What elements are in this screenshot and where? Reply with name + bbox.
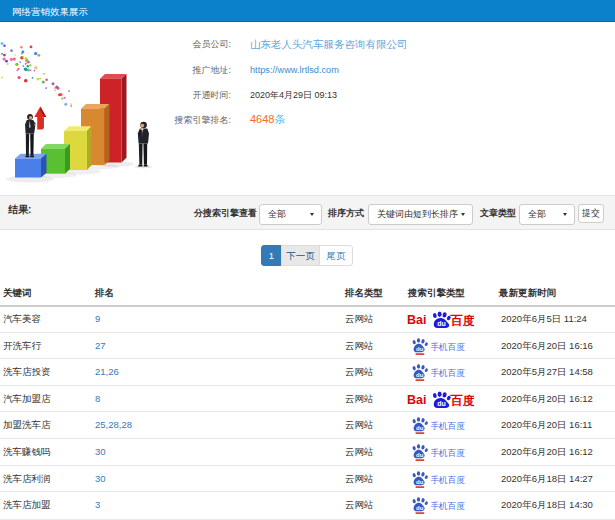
svg-text:Bai: Bai: [407, 393, 426, 407]
svg-text:手机百度: 手机百度: [431, 422, 466, 432]
svg-text:du: du: [437, 400, 446, 407]
svg-text:du: du: [416, 452, 424, 458]
svg-text:手机百度: 手机百度: [431, 368, 466, 378]
svg-text:du: du: [416, 425, 424, 431]
svg-text:手机百度: 手机百度: [431, 342, 466, 352]
svg-text:du: du: [416, 372, 424, 378]
svg-text:du: du: [437, 320, 446, 327]
svg-text:百度: 百度: [450, 394, 475, 408]
svg-text:du: du: [416, 478, 424, 484]
svg-text:手机百度: 手机百度: [431, 448, 466, 458]
svg-text:du: du: [416, 345, 424, 351]
svg-text:百度: 百度: [450, 314, 475, 328]
svg-text:手机百度: 手机百度: [431, 501, 466, 511]
svg-text:du: du: [416, 505, 424, 511]
svg-text:Bai: Bai: [407, 313, 426, 327]
svg-text:手机百度: 手机百度: [431, 475, 466, 485]
